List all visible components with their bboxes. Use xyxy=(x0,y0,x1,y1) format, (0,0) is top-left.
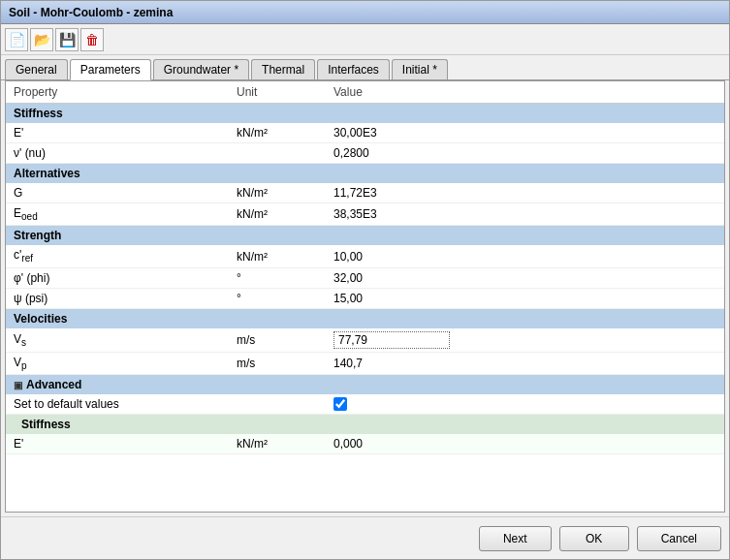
tab-parameters[interactable]: Parameters xyxy=(70,59,151,80)
section-strength: Strength xyxy=(6,226,724,245)
prop-g: G xyxy=(14,186,237,200)
table-row: φ' (phi) ° 32,00 xyxy=(6,268,724,289)
unit-vs: m/s xyxy=(237,333,333,347)
prop-eoed: Eoed xyxy=(14,206,237,222)
unit-cref: kN/m² xyxy=(237,250,333,264)
prop-nu: ν' (nu) xyxy=(14,146,237,160)
section-velocities: Velocities xyxy=(6,309,724,328)
col-unit: Unit xyxy=(237,85,333,99)
section-stiffness: Stiffness xyxy=(6,104,724,123)
prop-e-sub: E' xyxy=(14,437,237,451)
prop-vs: Vs xyxy=(14,332,237,348)
tabs-bar: General Parameters Groundwater * Thermal… xyxy=(1,55,729,80)
content-area: Property Unit Value Stiffness E' kN/m² 3… xyxy=(5,80,725,513)
section-advanced[interactable]: ▣ Advanced xyxy=(6,375,724,394)
tab-general[interactable]: General xyxy=(5,59,68,79)
tab-thermal[interactable]: Thermal xyxy=(251,59,315,79)
val-e: 30,00E3 xyxy=(333,126,716,140)
advanced-label: Advanced xyxy=(26,378,81,391)
val-e-sub: 0,000 xyxy=(333,437,716,451)
default-values-label: Set to default values xyxy=(14,397,237,411)
delete-button[interactable]: 🗑 xyxy=(80,28,104,51)
val-eoed: 38,35E3 xyxy=(333,207,716,221)
toolbar: 📄 📂 💾 🗑 xyxy=(1,24,729,55)
table-row: E' kN/m² 30,00E3 xyxy=(6,123,724,143)
default-values-checkbox[interactable] xyxy=(333,397,347,411)
tab-initial[interactable]: Initial * xyxy=(392,59,448,79)
open-button[interactable]: 📂 xyxy=(30,28,53,51)
table-row: Vp m/s 140,7 xyxy=(6,353,724,375)
velocities-label: Velocities xyxy=(14,312,67,326)
tab-interfaces[interactable]: Interfaces xyxy=(317,59,390,79)
alternatives-label: Alternatives xyxy=(14,167,80,180)
val-nu: 0,2800 xyxy=(333,146,716,160)
prop-phi: φ' (phi) xyxy=(14,271,237,285)
ok-button[interactable]: OK xyxy=(559,526,629,551)
new-button[interactable]: 📄 xyxy=(5,28,28,51)
col-value: Value xyxy=(333,85,716,99)
table-row: ψ (psi) ° 15,00 xyxy=(6,289,724,309)
table-header: Property Unit Value xyxy=(6,81,724,104)
section-alternatives: Alternatives xyxy=(6,164,724,183)
val-g: 11,72E3 xyxy=(333,186,716,200)
unit-psi: ° xyxy=(237,292,333,305)
sub-section-stiffness: Stiffness xyxy=(6,415,724,434)
unit-phi: ° xyxy=(237,271,333,285)
stiffness-label: Stiffness xyxy=(14,107,63,120)
strength-label: Strength xyxy=(14,229,61,242)
table-row: Eoed kN/m² 38,35E3 xyxy=(6,203,724,226)
unit-vp: m/s xyxy=(237,357,333,370)
title-bar: Soil - Mohr-Coulomb - zemina xyxy=(1,1,729,24)
table-row: E' kN/m² 0,000 xyxy=(6,434,724,454)
next-button[interactable]: Next xyxy=(479,526,552,551)
val-vp: 140,7 xyxy=(333,357,716,370)
unit-e-sub: kN/m² xyxy=(237,437,333,451)
val-psi: 15,00 xyxy=(333,292,716,305)
val-cref: 10,00 xyxy=(333,250,716,264)
unit-eoed: kN/m² xyxy=(237,207,333,221)
window-title: Soil - Mohr-Coulomb - zemina xyxy=(9,6,173,19)
val-phi: 32,00 xyxy=(333,271,716,285)
default-values-row: Set to default values xyxy=(6,394,724,415)
table-row: ν' (nu) 0,2800 xyxy=(6,143,724,164)
table-body[interactable]: Stiffness E' kN/m² 30,00E3 ν' (nu) 0,280… xyxy=(6,104,724,512)
unit-g: kN/m² xyxy=(237,186,333,200)
table-row: G kN/m² 11,72E3 xyxy=(6,183,724,203)
main-window: Soil - Mohr-Coulomb - zemina 📄 📂 💾 🗑 Gen… xyxy=(0,0,730,560)
save-button[interactable]: 💾 xyxy=(55,28,79,51)
sub-stiffness-label: Stiffness xyxy=(21,418,71,431)
table-row: Vs m/s xyxy=(6,328,724,353)
tab-groundwater[interactable]: Groundwater * xyxy=(153,59,249,79)
prop-vp: Vp xyxy=(14,356,237,371)
collapse-icon: ▣ xyxy=(14,380,22,390)
col-property: Property xyxy=(14,85,237,99)
prop-cref: c'ref xyxy=(14,248,237,264)
input-vs[interactable] xyxy=(333,331,450,349)
prop-psi: ψ (psi) xyxy=(14,292,237,305)
prop-e: E' xyxy=(14,126,237,140)
table-row: c'ref kN/m² 10,00 xyxy=(6,245,724,267)
cancel-button[interactable]: Cancel xyxy=(637,526,721,551)
footer: Next OK Cancel xyxy=(1,516,729,559)
unit-e: kN/m² xyxy=(237,126,333,140)
